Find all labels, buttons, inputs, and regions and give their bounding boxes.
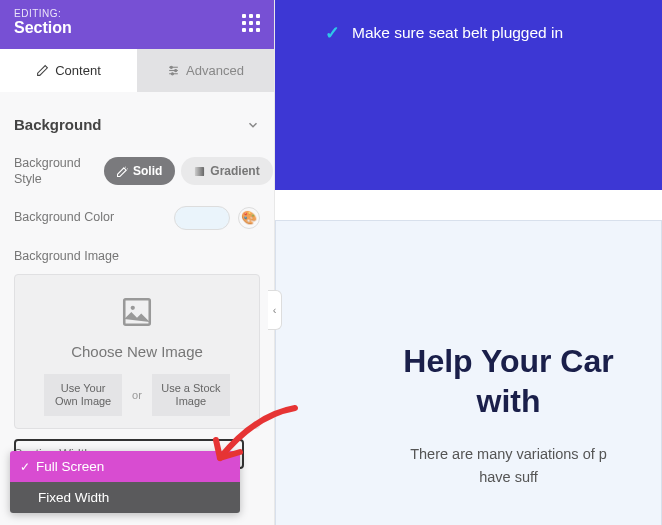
tab-advanced-label: Advanced	[186, 63, 244, 78]
svg-rect-6	[195, 167, 204, 176]
chevron-down-icon	[246, 118, 260, 132]
background-accordion[interactable]: Background	[14, 110, 260, 155]
color-swatch[interactable]	[174, 206, 230, 230]
tab-bar: Content Advanced	[0, 49, 274, 92]
checklist-text: Make sure seat belt plugged in	[352, 24, 563, 42]
gradient-pill[interactable]: Gradient	[181, 157, 272, 185]
preview-section-bottom: Help Your Car with There are many variat…	[275, 220, 662, 525]
section-title: Section	[14, 19, 72, 37]
hero-subtitle: There are many variations of p have suff	[376, 443, 641, 489]
checklist-item: ✓ Make sure seat belt plugged in	[325, 22, 642, 44]
collapse-sidebar-handle[interactable]: ‹	[268, 290, 282, 330]
bg-style-label: Background Style	[14, 155, 96, 188]
bg-image-section: Background Image Choose New Image Use Yo…	[14, 248, 260, 430]
tab-advanced[interactable]: Advanced	[137, 49, 274, 92]
solid-pill[interactable]: Solid	[104, 157, 175, 185]
gradient-icon	[194, 166, 205, 177]
dropdown-option-fixed-width[interactable]: Fixed Width	[10, 482, 240, 513]
dropdown-option-full-screen[interactable]: ✓ Full Screen	[10, 451, 240, 482]
bg-style-row: Background Style Solid Gradient	[14, 155, 260, 188]
dropdown-full-screen-label: Full Screen	[36, 459, 104, 474]
or-text: or	[132, 389, 142, 401]
use-own-image-button[interactable]: Use Your Own Image	[44, 374, 122, 416]
editing-label: EDITING:	[14, 8, 72, 19]
hero-title: Help Your Car with	[376, 341, 641, 421]
svg-point-8	[131, 305, 135, 309]
editor-sidebar: EDITING: Section Content Advanced Backgr…	[0, 0, 275, 525]
solid-label: Solid	[133, 164, 162, 178]
accordion-title: Background	[14, 116, 102, 133]
section-width-dropdown: ✓ Full Screen Fixed Width	[10, 451, 240, 513]
tab-content-label: Content	[55, 63, 101, 78]
sliders-icon	[167, 64, 180, 77]
modules-grid-icon[interactable]	[242, 14, 260, 32]
svg-point-4	[175, 69, 177, 71]
color-picker-icon[interactable]: 🎨	[238, 207, 260, 229]
choose-image-title: Choose New Image	[25, 343, 249, 360]
image-picker: Choose New Image Use Your Own Image or U…	[14, 274, 260, 429]
preview-hero-top: ✓ Make sure seat belt plugged in	[275, 0, 662, 190]
gradient-label: Gradient	[210, 164, 259, 178]
bg-color-label: Background Color	[14, 209, 166, 225]
check-icon: ✓	[20, 460, 30, 474]
sidebar-header: EDITING: Section	[0, 0, 274, 49]
checkmark-icon: ✓	[325, 22, 340, 44]
svg-point-3	[170, 66, 172, 68]
wand-icon	[117, 166, 128, 177]
bg-image-label: Background Image	[14, 248, 260, 264]
bg-color-row: Background Color 🎨	[14, 206, 260, 230]
pencil-icon	[36, 64, 49, 77]
use-stock-image-button[interactable]: Use a Stock Image	[152, 374, 230, 416]
dropdown-fixed-width-label: Fixed Width	[38, 490, 109, 505]
page-preview: ✓ Make sure seat belt plugged in Help Yo…	[275, 0, 662, 525]
svg-point-5	[171, 73, 173, 75]
image-placeholder-icon	[120, 295, 154, 329]
tab-content[interactable]: Content	[0, 49, 137, 92]
